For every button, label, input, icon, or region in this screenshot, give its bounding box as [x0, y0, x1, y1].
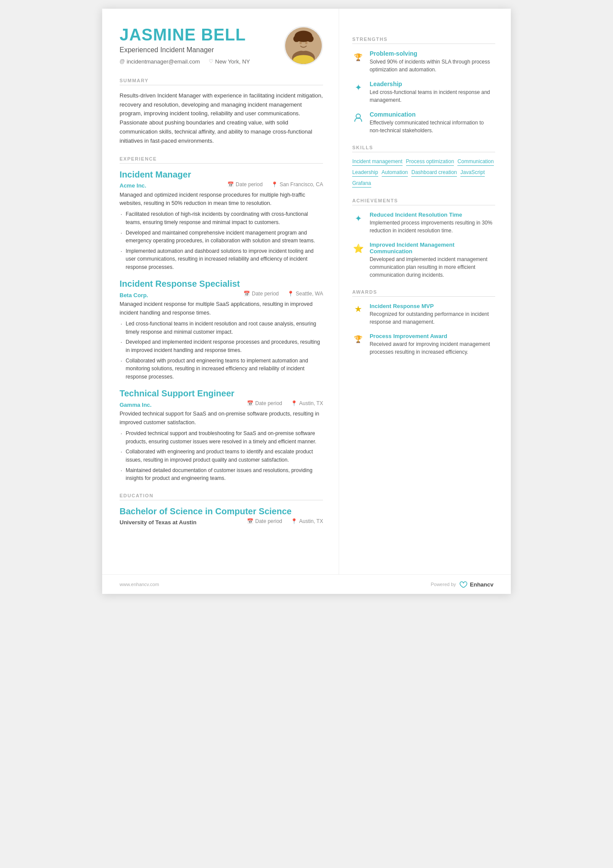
pin-icon: 📍 — [291, 518, 297, 524]
job-1-date: 📅 Date period — [227, 181, 263, 188]
enhancv-heart-icon — [459, 580, 467, 589]
calendar-icon: 📅 — [227, 181, 234, 188]
strength-2-name: Leadership — [370, 80, 495, 87]
svg-point-6 — [300, 42, 302, 44]
edu-school-row: University of Texas at Austin 📅 Date per… — [120, 518, 323, 527]
skill-1: Process optimization — [406, 158, 454, 166]
job-2: Incident Response Specialist Beta Corp. … — [120, 279, 323, 381]
summary-section: SUMMARY Results-driven Incident Manager … — [120, 78, 323, 146]
list-item: Developed and implemented incident respo… — [120, 338, 323, 354]
list-item: Collaborated with engineering and produc… — [120, 448, 323, 464]
pin-icon: 📍 — [287, 291, 294, 297]
job-1-bullets: Facilitated resolution of high-risk inci… — [120, 210, 323, 271]
skill-0: Incident management — [352, 158, 402, 166]
job-2-desc: Managed incident response for multiple S… — [120, 300, 323, 317]
avatar — [284, 26, 323, 65]
strength-3-desc: Effectively communicated technical infor… — [370, 119, 495, 134]
job-2-title: Incident Response Specialist — [120, 279, 323, 289]
award-1: ★ Incident Response MVP Recognized for o… — [352, 303, 495, 326]
job-1-company-row: Acme Inc. 📅 Date period 📍 San Francisco,… — [120, 181, 323, 190]
pin-icon: 📍 — [291, 400, 297, 406]
list-item: Implemented automation and dashboard sol… — [120, 247, 323, 271]
location-icon: ♡ — [209, 58, 213, 64]
brand-name: Enhancv — [470, 581, 493, 588]
calendar-icon: 📅 — [243, 291, 250, 297]
job-1: Incident Manager Acme Inc. 📅 Date period… — [120, 170, 323, 271]
skills-section: SKILLS Incident management Process optim… — [352, 145, 495, 188]
job-1-location: 📍 San Francisco, CA — [271, 181, 323, 188]
location-value: New York, NY — [215, 58, 250, 65]
edu-meta: 📅 Date period 📍 Austin, TX — [247, 518, 323, 524]
achievements-header: ACHIEVEMENTS — [352, 198, 495, 205]
award-1-icon: ★ — [352, 303, 364, 315]
award-1-desc: Recognized for outstanding performance i… — [370, 310, 495, 326]
svg-point-7 — [305, 42, 308, 44]
email-value: incidentmanager@email.com — [127, 58, 200, 65]
job-2-company-row: Beta Corp. 📅 Date period 📍 Seattle, WA — [120, 291, 323, 299]
skills-grid: Incident management Process optimization… — [352, 158, 495, 188]
strength-3: Communication Effectively communicated t… — [352, 111, 495, 134]
email-item: @ incidentmanager@email.com — [120, 58, 200, 65]
skills-header: SKILLS — [352, 145, 495, 152]
strength-1-icon: 🏆 — [352, 51, 364, 63]
achievement-1-name: Reduced Incident Resolution Time — [370, 211, 495, 218]
svg-point-5 — [307, 36, 314, 42]
summary-header: SUMMARY — [120, 78, 323, 85]
resume-document: JASMINE BELL Experienced Incident Manage… — [102, 9, 511, 594]
achievement-2-icon: ⭐ — [352, 242, 364, 255]
footer-brand: Powered by Enhancv — [431, 580, 493, 589]
left-column: JASMINE BELL Experienced Incident Manage… — [102, 9, 339, 574]
job-3-company: Gamma Inc. — [120, 402, 152, 408]
edu-school: University of Texas at Austin — [120, 519, 197, 526]
edu-location: 📍 Austin, TX — [291, 518, 323, 524]
svg-point-4 — [293, 36, 300, 42]
job-1-company: Acme Inc. — [120, 182, 146, 189]
calendar-icon: 📅 — [247, 518, 253, 524]
list-item: Provided technical support and troublesh… — [120, 429, 323, 446]
list-item: Maintained detailed documentation of cus… — [120, 466, 323, 483]
job-2-date: 📅 Date period — [243, 291, 279, 297]
award-2-desc: Received award for improving incident ma… — [370, 340, 495, 356]
experience-header: EXPERIENCE — [120, 156, 323, 164]
right-column: STRENGTHS 🏆 Problem-solving Solved 90% o… — [339, 9, 511, 574]
job-1-title: Incident Manager — [120, 170, 323, 180]
strengths-section: STRENGTHS 🏆 Problem-solving Solved 90% o… — [352, 37, 495, 134]
strength-1-desc: Solved 90% of incidents within SLA throu… — [370, 58, 495, 74]
job-1-meta: 📅 Date period 📍 San Francisco, CA — [227, 181, 323, 188]
strengths-header: STRENGTHS — [352, 37, 495, 44]
award-1-name: Incident Response MVP — [370, 303, 495, 309]
footer: www.enhancv.com Powered by Enhancv — [102, 574, 511, 594]
list-item: Developed and maintained comprehensive i… — [120, 229, 323, 245]
skill-3: Leadership — [352, 169, 378, 177]
list-item: Collaborated with product and engineerin… — [120, 357, 323, 381]
location-item: ♡ New York, NY — [209, 58, 250, 65]
skill-6: JavaScript — [460, 169, 485, 177]
education-section: EDUCATION Bachelor of Science in Compute… — [120, 493, 323, 527]
awards-header: AWARDS — [352, 289, 495, 297]
achievement-1-desc: Implemented process improvements resulti… — [370, 219, 495, 235]
job-3: Technical Support Engineer Gamma Inc. 📅 … — [120, 389, 323, 482]
strength-2-icon: ✦ — [352, 81, 364, 94]
strength-2-desc: Led cross-functional teams in incident r… — [370, 88, 495, 104]
skill-5: Dashboard creation — [411, 169, 457, 177]
svg-point-8 — [293, 55, 314, 64]
job-1-desc: Managed and optimized incident response … — [120, 191, 323, 208]
award-2-name: Process Improvement Award — [370, 333, 495, 339]
award-2: 🏆 Process Improvement Award Received awa… — [352, 333, 495, 356]
education-header: EDUCATION — [120, 493, 323, 500]
strength-3-name: Communication — [370, 111, 495, 118]
list-item: Led cross-functional teams in incident r… — [120, 320, 323, 336]
skill-7: Grafana — [352, 180, 371, 188]
job-3-bullets: Provided technical support and troublesh… — [120, 429, 323, 483]
achievement-2: ⭐ Improved Incident Management Communica… — [352, 241, 495, 279]
skill-2: Communication — [457, 158, 493, 166]
email-icon: @ — [120, 58, 125, 64]
job-2-location: 📍 Seattle, WA — [287, 291, 323, 297]
strength-1: 🏆 Problem-solving Solved 90% of incident… — [352, 50, 495, 74]
job-3-title: Technical Support Engineer — [120, 389, 323, 399]
job-3-location: 📍 Austin, TX — [291, 400, 323, 406]
list-item: Facilitated resolution of high-risk inci… — [120, 210, 323, 226]
experience-section: EXPERIENCE Incident Manager Acme Inc. 📅 … — [120, 156, 323, 483]
calendar-icon: 📅 — [247, 400, 253, 406]
achievement-1: ✦ Reduced Incident Resolution Time Imple… — [352, 211, 495, 235]
